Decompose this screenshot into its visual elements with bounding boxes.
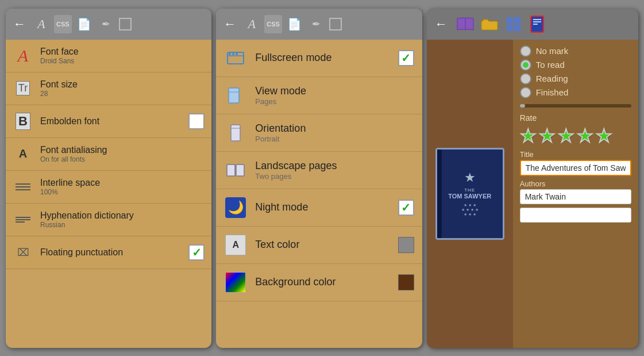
folder-icon[interactable] (480, 14, 499, 34)
orientation-icon (224, 121, 247, 144)
landscape-text: Landscape pages Two pages (255, 160, 414, 181)
font-size-subtitle: 28 (40, 90, 205, 98)
background-color-label: Background color (255, 276, 398, 288)
view-mode-icon (224, 84, 247, 107)
menu-item-fullscreen[interactable]: Fullscreen mode ✓ (216, 40, 422, 77)
view-mode-label: View mode (255, 85, 414, 97)
menu-item-embolden-font[interactable]: B Embolden font (6, 105, 211, 138)
css-button-2[interactable]: CSS (264, 15, 282, 33)
square-icon-2[interactable] (329, 18, 342, 30)
background-color-text: Background color (255, 276, 398, 288)
hyphenation-title: Hyphenation dictionary (40, 210, 205, 221)
night-mode-label: Night mode (255, 201, 398, 213)
authors-field-section: Authors (520, 179, 631, 204)
back-button[interactable]: ← (10, 15, 29, 33)
svg-rect-9 (227, 164, 235, 176)
embolden-icon: B (13, 111, 33, 132)
interline-icon (13, 177, 33, 197)
menu-item-floating-punct[interactable]: ⌧ Floating punctuation ✓ (6, 236, 211, 269)
star-1[interactable]: ★ (520, 125, 537, 147)
text-color-swatch[interactable] (398, 237, 414, 253)
panel-display-settings: ← A CSS 📄 ✒ Fullscreen mode ✓ (216, 9, 422, 348)
menu-item-night-mode[interactable]: 🌙 Night mode ✓ (216, 189, 422, 227)
menu-item-landscape[interactable]: Landscape pages Two pages (216, 152, 422, 189)
star-5[interactable]: ★ (596, 125, 612, 147)
antialiasing-icon: A (13, 144, 33, 164)
background-color-icon (224, 271, 247, 294)
toolbar-1: ← A CSS 📄 ✒ (6, 9, 211, 40)
font-size-title: Font size (40, 79, 205, 90)
pen-icon-2[interactable]: ✒ (307, 15, 326, 33)
hyphenation-icon (13, 209, 33, 230)
star-2[interactable]: ★ (539, 125, 556, 147)
css-button[interactable]: CSS (54, 15, 72, 33)
floating-checkbox[interactable]: ✓ (188, 244, 205, 261)
text-color-text: Text color (255, 239, 398, 251)
panel-book-details: ← (427, 9, 638, 348)
pen-icon[interactable]: ✒ (97, 15, 115, 33)
embolden-text: Embolden font (40, 116, 188, 127)
antialiasing-title: Font antialiasing (40, 145, 205, 155)
page-icon[interactable]: 📄 (75, 15, 94, 33)
square-icon[interactable] (119, 18, 132, 30)
background-color-swatch[interactable] (398, 274, 414, 290)
fullscreen-checkbox[interactable]: ✓ (398, 50, 414, 66)
menu-item-background-color[interactable]: Background color (216, 264, 422, 301)
rate-section: Rate ★ ★ ★ ★ ★ (520, 113, 631, 147)
extra-input[interactable] (520, 208, 631, 223)
menu-item-hyphenation[interactable]: Hyphenation dictionary Russian (6, 204, 211, 236)
interline-text: Interline space 100% (40, 178, 205, 196)
font-face-title: Font face (40, 47, 205, 57)
svg-point-2 (229, 53, 231, 55)
menu-item-font-antialiasing[interactable]: A Font antialiasing On for all fonts (6, 138, 211, 171)
menu-item-font-size[interactable]: Tr Font size 28 (6, 72, 211, 105)
star-4[interactable]: ★ (577, 125, 593, 147)
font-size-icon: Tr (13, 78, 33, 99)
embolden-checkbox[interactable] (188, 113, 205, 129)
landscape-icon (224, 159, 247, 182)
antialiasing-text: Font antialiasing On for all fonts (40, 145, 205, 163)
book-open-icon[interactable] (456, 14, 475, 34)
book-bookmark-icon[interactable] (528, 14, 547, 34)
radio-no-mark[interactable]: No mark (520, 45, 631, 57)
radio-reading-label: Reading (536, 74, 568, 83)
stars-row[interactable]: ★ ★ ★ ★ ★ (520, 125, 631, 147)
radio-no-mark-label: No mark (536, 46, 569, 56)
fullscreen-text: Fullscreen mode (255, 52, 398, 64)
panel-font-settings: ← A CSS 📄 ✒ A Font face Droid Sans Tr Fo… (6, 9, 211, 348)
radio-finished[interactable]: Finished (520, 87, 631, 98)
floating-title: Floating punctuation (40, 247, 188, 258)
page-icon-2[interactable]: 📄 (286, 15, 304, 33)
back-button-3[interactable]: ← (431, 14, 451, 34)
book-info-panel: No mark To read Reading Finished (513, 40, 638, 348)
authors-input[interactable] (520, 189, 631, 204)
back-button-2[interactable]: ← (221, 15, 239, 33)
font-icon-2[interactable]: A (242, 15, 261, 33)
star-3[interactable]: ★ (558, 125, 574, 147)
menu-item-orientation[interactable]: Orientation Portrait (216, 114, 422, 152)
hyphenation-subtitle: Russian (40, 221, 205, 229)
hyphenation-text: Hyphenation dictionary Russian (40, 210, 205, 229)
title-input[interactable] (520, 160, 631, 176)
book-detail-body: ★ THE TOM SAWYER ★ ★ ★ ★ ★ ★ ★ ★ ★ ★ No … (427, 40, 638, 348)
font-face-subtitle: Droid Sans (40, 57, 205, 65)
menu-item-interline-space[interactable]: Interline space 100% (6, 171, 211, 204)
svg-rect-7 (231, 125, 240, 141)
svg-rect-12 (482, 20, 483, 21)
grid-icon[interactable] (504, 14, 523, 34)
night-mode-checkbox[interactable]: ✓ (398, 200, 414, 216)
menu-item-view-mode[interactable]: View mode Pages (216, 77, 422, 114)
floating-icon: ⌧ (13, 242, 33, 263)
svg-point-4 (236, 53, 238, 55)
radio-to-read[interactable]: To read (520, 59, 631, 71)
view-mode-sublabel: Pages (255, 97, 414, 106)
view-mode-text: View mode Pages (255, 85, 414, 106)
night-mode-icon: 🌙 (224, 196, 247, 219)
menu-item-text-color[interactable]: A Text color (216, 227, 422, 264)
menu-item-font-face[interactable]: A Font face Droid Sans (6, 40, 211, 72)
radio-reading[interactable]: Reading (520, 73, 631, 85)
font-icon[interactable]: A (32, 15, 51, 33)
embolden-title: Embolden font (40, 116, 188, 127)
night-mode-text: Night mode (255, 201, 398, 213)
radio-no-mark-circle (520, 45, 531, 57)
